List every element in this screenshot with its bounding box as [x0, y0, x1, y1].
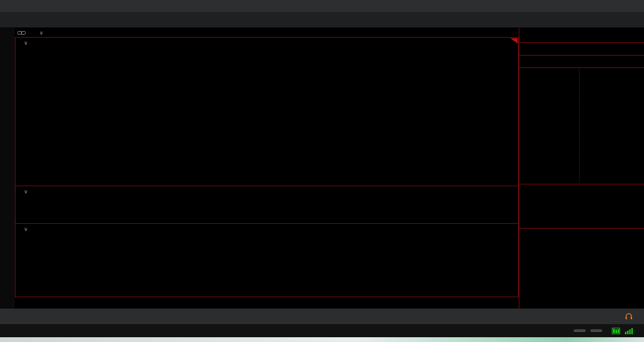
quote-title[interactable] [519, 28, 644, 43]
volume-chart-canvas[interactable] [16, 186, 518, 223]
chart-symbol-row: ∨ [15, 28, 519, 37]
status-right-group [574, 328, 638, 334]
left-sidebar [0, 28, 15, 309]
big-trade-header [519, 184, 644, 195]
ask-row[interactable] [519, 43, 644, 56]
macd-chart-canvas[interactable] [16, 224, 518, 296]
tick-list[interactable] [519, 239, 644, 301]
main-toolbar [0, 12, 644, 28]
window-controls [593, 0, 639, 12]
boll-indicator-row: ∨ [18, 38, 55, 47]
wh6-app-window: ∨ ∨ ∨ ∨ [0, 0, 644, 342]
online-service-button[interactable] [625, 309, 636, 324]
foreign-account-button[interactable] [590, 329, 602, 332]
headset-icon [625, 313, 633, 320]
signal-strength-icon [625, 328, 633, 334]
stats-divider [579, 69, 580, 183]
status-bar [0, 324, 644, 337]
big-trade-list[interactable] [519, 195, 644, 229]
quote-panel [519, 28, 644, 309]
time-axis [15, 297, 519, 308]
boll-caret-icon[interactable]: ∨ [24, 40, 28, 46]
cjl-indicator-row: ∨ [18, 187, 49, 195]
futures-account-button[interactable] [574, 329, 586, 332]
volume-panel: ∨ [15, 186, 519, 224]
tick-header [519, 229, 644, 239]
period-caret-icon[interactable]: ∨ [39, 30, 44, 36]
macd-caret-icon[interactable]: ∨ [24, 226, 28, 232]
quote-stats [519, 68, 644, 184]
exchange-tab-bar [0, 309, 644, 324]
macd-panel: ∨ [15, 224, 519, 297]
chart-region: ∨ ∨ ∨ ∨ [15, 28, 519, 309]
title-bar[interactable] [0, 0, 644, 12]
bid-row[interactable] [519, 56, 644, 68]
market-monitor-icon[interactable] [612, 328, 620, 334]
taskbar-edge-strip [0, 337, 644, 342]
cjl-caret-icon[interactable]: ∨ [24, 189, 28, 195]
more-data-corner-icon[interactable] [510, 38, 518, 44]
link-contract-icon[interactable] [17, 30, 26, 36]
main-chart-panel: ∨ [15, 37, 519, 186]
macd-indicator-row: ∨ [18, 224, 55, 233]
main-chart-canvas[interactable] [16, 38, 518, 186]
quote-tab-bar [519, 300, 644, 309]
